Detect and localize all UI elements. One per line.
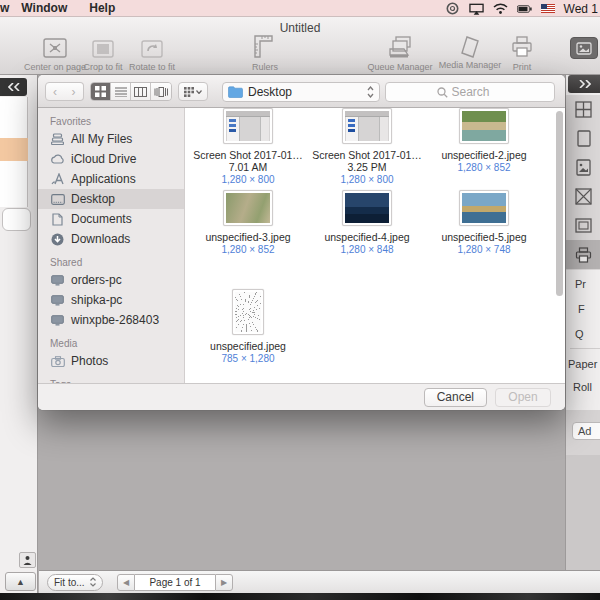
sidebar-item-winxpbe[interactable]: winxpbe-268403 [38,310,184,330]
search-field[interactable] [385,82,555,102]
open-button[interactable]: Open [495,388,551,407]
right-panel: Pr F Q Paper S Roll Ad [565,75,600,593]
file-thumbnail-sketch[interactable] [232,289,264,335]
left-panel-highlighted-row[interactable] [0,138,28,161]
sidebar-item-orders-pc[interactable]: orders-pc [38,270,184,290]
file-thumbnail-photo[interactable] [459,190,509,226]
file-item[interactable]: unspecified-2.jpeg 1,280 × 852 [428,108,540,173]
status-bar: Fit to... ◀ Page 1 of 1 ▶ [39,570,600,593]
coverflow-view-button[interactable] [151,83,171,100]
quality-label: Q [575,328,584,340]
battery-icon[interactable] [517,3,532,15]
arrange-grid-icon [184,87,194,97]
printer-icon [575,247,592,263]
sidebar-item-shipka-pc[interactable]: shipka-pc [38,290,184,310]
tab-image-settings[interactable] [566,153,600,182]
cancel-button[interactable]: Cancel [424,388,487,407]
view-mode-segmented-control [90,82,172,101]
file-grid: Screen Shot 2017-01…7.01 AM 1,280 × 800 … [185,108,565,383]
advanced-button[interactable]: Ad [572,422,600,440]
sidebar-item-desktop[interactable]: Desktop [38,189,184,209]
page-indicator: Page 1 of 1 [135,574,215,591]
sidebar-item-applications[interactable]: Applications [38,169,184,189]
airplay-icon[interactable] [469,3,484,15]
menubar-clock[interactable]: Wed 1 [564,2,598,16]
file-item[interactable]: unspecified-5.jpeg 1,280 × 748 [428,190,540,255]
portrait-orientation-button[interactable] [19,552,36,568]
sidebar-section-favorites: Favorites [50,116,184,127]
menu-item-window[interactable]: Window [21,1,67,15]
icon-view-icon [95,86,106,97]
sidebar-section-media: Media [50,338,184,349]
back-button[interactable]: ‹ [45,82,65,101]
file-item[interactable]: Screen Shot 2017-01…3.25 PM 1,280 × 800 [311,108,423,185]
file-thumbnail-screenshot[interactable] [223,108,273,144]
applications-icon [50,173,65,186]
menu-bar: w Window Help Wed 1 [0,0,600,17]
file-thumbnail-screenshot[interactable] [342,108,392,144]
icon-view-button[interactable] [91,83,111,100]
frame-icon [575,218,592,233]
tab-print-settings[interactable] [566,240,600,269]
previous-page-button[interactable]: ◀ [117,574,135,591]
dialog-footer: Cancel Open [38,383,565,410]
file-thumbnail-photo[interactable] [459,108,509,144]
rotate-to-fit-icon [107,33,197,59]
file-thumbnail-photo[interactable] [342,190,392,226]
file-item[interactable]: unspecified.jpeg 785 × 1,280 [192,283,304,364]
column-view-icon [134,87,147,97]
arrange-button[interactable] [178,82,208,101]
sidebar-item-downloads[interactable]: Downloads [38,229,184,249]
updown-chevron-icon [90,577,96,587]
left-panel-input[interactable] [2,208,31,231]
creative-cloud-icon[interactable] [445,3,460,15]
print-button[interactable]: Print [477,33,567,72]
collapse-left-panel-button[interactable] [0,78,27,96]
pc-monitor-icon [50,314,65,327]
menu-item-help[interactable]: Help [89,1,115,15]
orientation-up-button[interactable]: ▲ [5,572,36,591]
file-thumbnail-photo[interactable] [223,190,273,226]
image-panel-toggle-button[interactable] [570,37,598,59]
menu-item-partial[interactable]: w [0,1,9,15]
desktop-wallpaper [0,593,600,600]
printer-label: Pr [575,278,586,290]
sidebar-item-all-my-files[interactable]: All My Files [38,129,184,149]
list-view-icon [115,87,127,97]
tab-layout-grid[interactable] [566,95,600,124]
chevron-down-icon [196,90,202,94]
wifi-icon[interactable] [493,3,508,15]
rotate-to-fit-button[interactable]: Rotate to fit [107,33,197,72]
column-view-button[interactable] [131,83,151,100]
page-icon [577,130,591,147]
open-file-dialog: ‹ › Desk [38,75,565,410]
collapse-right-panel-button[interactable] [568,75,600,93]
dialog-toolbar: ‹ › Desk [38,75,565,108]
file-item[interactable]: unspecified-3.jpeg 1,280 × 852 [192,190,304,255]
rulers-button[interactable]: Rulers [220,33,310,72]
vertical-scrollbar[interactable] [556,111,563,296]
search-input[interactable] [452,85,504,99]
file-item[interactable]: unspecified-4.jpeg 1,280 × 848 [311,190,423,255]
downloads-icon [50,233,65,246]
sidebar-item-photos[interactable]: Photos [38,351,184,371]
file-item[interactable]: Screen Shot 2017-01…7.01 AM 1,280 × 800 [192,108,304,185]
sidebar-item-icloud-drive[interactable]: iCloud Drive [38,149,184,169]
tab-page[interactable] [566,124,600,153]
list-view-button[interactable] [111,83,131,100]
tab-frame[interactable] [566,211,600,240]
tab-crop[interactable] [566,182,600,211]
roll-label: Roll [573,381,592,393]
zoom-fit-dropdown[interactable]: Fit to... [47,574,103,591]
next-page-button[interactable]: ▶ [215,574,233,591]
sidebar-section-shared: Shared [50,257,184,268]
sidebar-item-documents[interactable]: Documents [38,209,184,229]
folder-icon [228,86,243,98]
rulers-icon [220,33,310,59]
screen: w Window Help Wed 1 Untitled [0,0,600,600]
us-flag-icon[interactable] [541,4,555,13]
location-dropdown-value: Desktop [248,85,367,99]
location-dropdown[interactable]: Desktop [222,82,380,102]
forward-button[interactable]: › [64,82,84,101]
image-icon [576,42,592,55]
